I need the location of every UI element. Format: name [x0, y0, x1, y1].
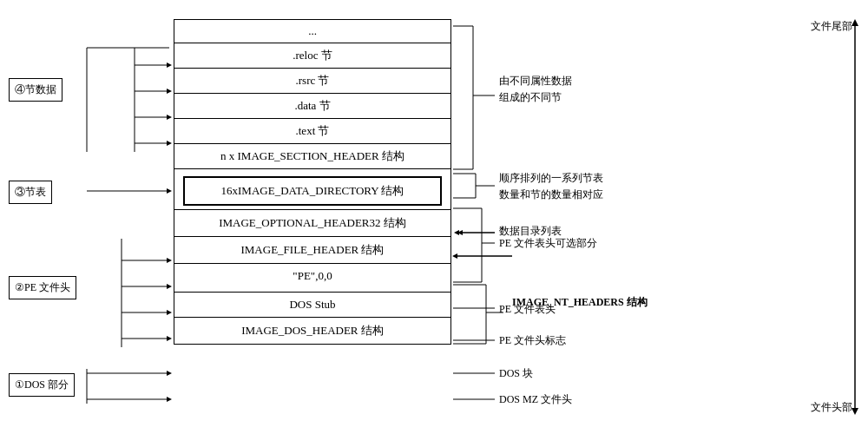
far-right-file-tail: 文件尾部: [811, 19, 852, 34]
svg-marker-40: [457, 230, 463, 235]
left-label-dos-part: ①DOS 部分: [9, 373, 75, 397]
row-pe-sig: "PE",0,0: [174, 264, 450, 288]
left-label-section-table: ③节表: [9, 181, 52, 204]
right-label-dos-header: DOS MZ 文件头: [499, 392, 572, 407]
svg-marker-22: [167, 310, 172, 315]
diagram-container: ④节数据 ③节表 ②PE 文件头 ①DOS 部分 ... .reloc 节 .r…: [0, 0, 868, 434]
svg-marker-45: [454, 230, 459, 235]
row-dos-header: IMAGE_DOS_HEADER 结构: [174, 318, 450, 344]
svg-marker-2: [852, 408, 858, 415]
right-label-section-data: 由不同属性数据 组成的不同节: [499, 74, 572, 105]
svg-marker-55: [452, 253, 457, 259]
svg-marker-16: [167, 188, 172, 194]
svg-marker-9: [167, 89, 172, 94]
far-right-file-head: 文件头部: [811, 400, 852, 415]
row-data-directory: 16xIMAGE_DATA_DIRECTORY 结构: [183, 176, 442, 206]
svg-marker-7: [167, 62, 172, 68]
svg-marker-1: [852, 19, 858, 26]
pe-header-group: 16xIMAGE_DATA_DIRECTORY 结构 IMAGE_OPTIONA…: [174, 169, 450, 293]
svg-marker-29: [167, 397, 172, 402]
svg-marker-27: [167, 371, 172, 376]
right-label-dos-stub: DOS 块: [499, 366, 533, 381]
right-label-optional: PE 文件表头可选部分: [499, 236, 597, 251]
right-label-pe-header: PE 文件表头: [499, 302, 556, 317]
row-data: .data 节: [174, 94, 450, 119]
right-label-section-table: 顺序排列的一系列节表 数量和节的数量相对应: [499, 171, 603, 202]
center-column: ... .reloc 节 .rsrc 节 .data 节 .text 节 n x…: [174, 19, 451, 345]
row-dos-stub: DOS Stub: [174, 293, 450, 318]
svg-marker-11: [167, 115, 172, 120]
row-file-header: IMAGE_FILE_HEADER 结构: [174, 237, 450, 264]
row-reloc: .reloc 节: [174, 43, 450, 69]
row-optional-header: IMAGE_OPTIONAL_HEADER32 结构: [174, 209, 450, 237]
svg-marker-13: [167, 141, 172, 146]
svg-marker-20: [167, 284, 172, 289]
left-label-pe-header: ②PE 文件头: [9, 276, 76, 299]
right-label-pe-sig: PE 文件头标志: [499, 333, 566, 348]
svg-marker-24: [167, 336, 172, 341]
row-rsrc: .rsrc 节: [174, 69, 450, 94]
row-text: .text 节: [174, 119, 450, 144]
svg-marker-18: [167, 258, 172, 263]
left-label-section-data: ④节数据: [9, 78, 62, 102]
row-ellipsis: ...: [174, 20, 450, 43]
row-section-header: n x IMAGE_SECTION_HEADER 结构: [174, 144, 450, 169]
